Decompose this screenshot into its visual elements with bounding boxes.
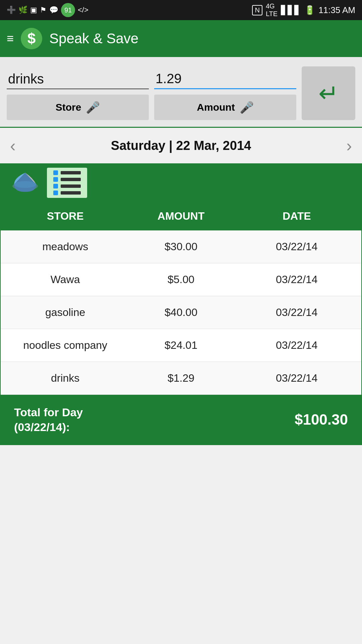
table-row[interactable]: meadows $30.00 03/22/14 [1, 230, 361, 263]
total-label: Total for Day (03/22/14): [14, 405, 83, 434]
cell-store: Wawa [7, 273, 123, 286]
list-line-1 [53, 170, 81, 175]
next-date-button[interactable]: › [346, 136, 352, 155]
status-icons-right: N 4GLTE ▋▋▋ 🔋 11:35 AM [252, 2, 355, 18]
flag-icon: ⚑ [40, 6, 47, 14]
list-dot-3 [53, 184, 58, 189]
input-section: Store 🎤 Amount 🎤 ↵ [0, 57, 362, 128]
list-bar-4 [61, 191, 81, 195]
tab-bar [0, 164, 362, 201]
nfc-icon: N [252, 5, 262, 15]
enter-arrow-icon: ↵ [318, 79, 339, 107]
cell-date: 03/22/14 [239, 273, 355, 286]
cell-amount: $5.00 [123, 273, 239, 286]
cell-date: 03/22/14 [239, 240, 355, 253]
screen-icon: ▣ [30, 6, 37, 14]
list-dot-2 [53, 177, 58, 182]
list-line-3 [53, 184, 81, 189]
table-footer: Total for Day (03/22/14): $100.30 [1, 395, 361, 444]
expense-table: STORE AMOUNT DATE meadows $30.00 03/22/1… [0, 201, 362, 445]
list-bar-1 [61, 171, 81, 174]
cell-store: gasoline [7, 306, 123, 319]
app-header: ≡ $ Speak & Save [0, 20, 362, 57]
cell-store: meadows [7, 240, 123, 253]
svg-point-3 [14, 181, 36, 188]
cell-amount: $24.01 [123, 339, 239, 352]
prev-date-button[interactable]: ‹ [10, 136, 16, 155]
list-dot-1 [53, 170, 58, 175]
total-amount: $100.30 [295, 411, 348, 428]
header-store: STORE [7, 210, 123, 222]
chat-icon: 💬 [49, 6, 58, 14]
add-icon: ➕ [7, 6, 16, 14]
amount-input[interactable] [154, 69, 296, 89]
cell-date: 03/22/14 [239, 372, 355, 384]
time-display: 11:35 AM [318, 5, 355, 15]
list-line-2 [53, 177, 81, 182]
table-row[interactable]: noodles company $24.01 03/22/14 [1, 329, 361, 362]
enter-button[interactable]: ↵ [302, 66, 355, 120]
status-bar: ➕ 🌿 ▣ ⚑ 💬 91 </> N 4GLTE ▋▋▋ 🔋 11:35 AM [0, 0, 362, 20]
list-dot-4 [53, 191, 58, 195]
table-header: STORE AMOUNT DATE [1, 202, 361, 230]
signal-icon: ▋▋▋ [281, 5, 301, 15]
tab-list[interactable] [47, 168, 87, 198]
store-mic-icon: 🎤 [86, 101, 100, 114]
list-line-4 [53, 191, 81, 195]
cell-date: 03/22/14 [239, 339, 355, 352]
store-input[interactable] [7, 69, 149, 89]
list-icon [48, 166, 86, 200]
header-amount: AMOUNT [123, 210, 239, 222]
table-row[interactable]: drinks $1.29 03/22/14 [1, 362, 361, 395]
list-bar-2 [61, 178, 81, 181]
cell-date: 03/22/14 [239, 306, 355, 319]
leaf-icon: 🌿 [18, 6, 27, 14]
cell-amount: $40.00 [123, 306, 239, 319]
svg-text:$: $ [27, 30, 36, 47]
network-type: 4GLTE [266, 2, 278, 18]
cell-store: noodles company [7, 339, 123, 352]
store-input-group: Store 🎤 [7, 69, 149, 120]
list-bar-3 [61, 184, 81, 188]
store-voice-button[interactable]: Store 🎤 [7, 95, 149, 120]
app-logo: $ [20, 27, 43, 50]
table-row[interactable]: Wawa $5.00 03/22/14 [1, 263, 361, 296]
amount-voice-button[interactable]: Amount 🎤 [154, 95, 296, 120]
header-date: DATE [239, 210, 355, 222]
table-row[interactable]: gasoline $40.00 03/22/14 [1, 296, 361, 329]
app-title: Speak & Save [49, 31, 138, 47]
code-icon: </> [78, 6, 88, 14]
tab-chart[interactable] [7, 168, 44, 198]
menu-button[interactable]: ≡ [7, 32, 14, 46]
amount-label: Amount [197, 102, 235, 113]
amount-mic-icon: 🎤 [240, 101, 254, 114]
cell-store: drinks [7, 372, 123, 384]
date-navigation: ‹ Saturday | 22 Mar, 2014 › [0, 128, 362, 164]
date-display: Saturday | 22 Mar, 2014 [111, 139, 251, 153]
cell-amount: $30.00 [123, 240, 239, 253]
notification-count: 91 [61, 3, 75, 17]
battery-icon: 🔋 [304, 5, 315, 15]
status-icons-left: ➕ 🌿 ▣ ⚑ 💬 91 </> [7, 3, 88, 17]
cell-amount: $1.29 [123, 372, 239, 384]
amount-input-group: Amount 🎤 [154, 69, 296, 120]
store-label: Store [56, 102, 81, 113]
